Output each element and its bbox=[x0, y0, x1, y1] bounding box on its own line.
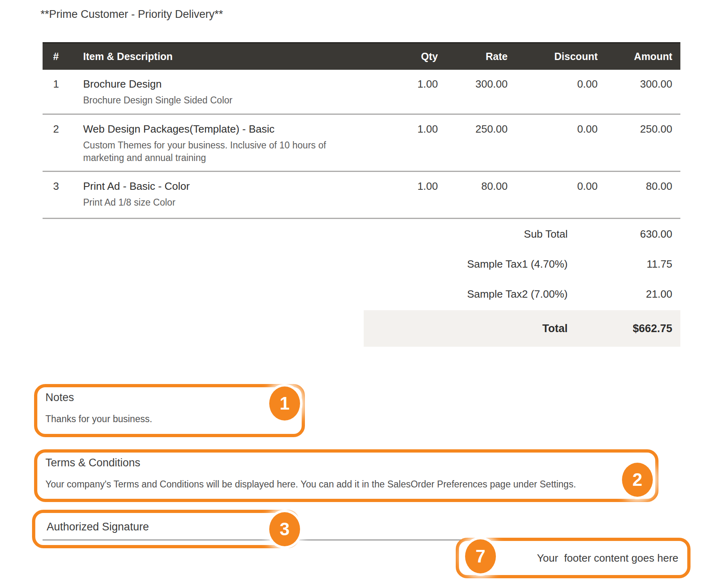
cell-qty: 1.00 bbox=[367, 78, 438, 90]
terms-section: Terms & Conditions Your company's Terms … bbox=[34, 449, 658, 502]
item-description: Brochure Design Single Sided Color bbox=[83, 94, 355, 107]
totals-section: Sub Total 630.00 Sample Tax1 (4.70%) 11.… bbox=[43, 219, 680, 347]
table-row: 3 Print Ad - Basic - Color Print Ad 1/8 … bbox=[43, 172, 680, 219]
table-header-row: # Item & Description Qty Rate Discount A… bbox=[43, 42, 680, 70]
item-description: Custom Themes for your business. Inclusi… bbox=[83, 139, 355, 164]
cell-amount: 80.00 bbox=[598, 180, 680, 193]
item-description: Print Ad 1/8 size Color bbox=[83, 196, 355, 209]
cell-amount: 250.00 bbox=[598, 123, 680, 135]
table-row: 1 Brochure Design Brochure Design Single… bbox=[43, 70, 680, 115]
header-qty: Qty bbox=[367, 51, 438, 62]
cell-rate: 80.00 bbox=[438, 180, 508, 193]
cell-rate: 250.00 bbox=[438, 123, 508, 135]
authorized-signature-section: Authorized Signature bbox=[32, 510, 299, 548]
annotation-badge-2: 2 bbox=[622, 463, 653, 497]
line-items-table: # Item & Description Qty Rate Discount A… bbox=[43, 42, 680, 219]
cell-number: 2 bbox=[43, 123, 83, 135]
cell-item: Brochure Design Brochure Design Single S… bbox=[83, 78, 367, 107]
cell-item: Print Ad - Basic - Color Print Ad 1/8 si… bbox=[83, 180, 367, 209]
header-discount: Discount bbox=[508, 51, 598, 62]
header-amount: Amount bbox=[598, 51, 680, 62]
cell-number: 3 bbox=[43, 180, 83, 193]
cell-discount: 0.00 bbox=[508, 78, 598, 90]
tax2-row: Sample Tax2 (7.00%) 21.00 bbox=[43, 279, 680, 309]
cell-discount: 0.00 bbox=[508, 123, 598, 135]
customer-note: **Prime Customer - Priority Delivery** bbox=[41, 8, 223, 21]
notes-text: Thanks for your business. bbox=[45, 414, 302, 425]
tax1-row: Sample Tax1 (4.70%) 11.75 bbox=[43, 249, 680, 279]
notes-section: Notes Thanks for your business. bbox=[34, 384, 305, 437]
tax2-value: 21.00 bbox=[568, 288, 680, 300]
sales-order-document: **Prime Customer - Priority Delivery** #… bbox=[0, 0, 712, 588]
cell-item: Web Design Packages(Template) - Basic Cu… bbox=[83, 123, 367, 164]
header-rate: Rate bbox=[438, 51, 508, 62]
table-row: 2 Web Design Packages(Template) - Basic … bbox=[43, 115, 680, 172]
header-number: # bbox=[43, 51, 83, 62]
cell-qty: 1.00 bbox=[367, 123, 438, 135]
annotation-badge-1: 1 bbox=[269, 386, 300, 421]
item-name: Web Design Packages(Template) - Basic bbox=[83, 123, 367, 135]
subtotal-value: 630.00 bbox=[568, 228, 680, 240]
terms-text: Your company's Terms and Conditions will… bbox=[45, 479, 655, 490]
notes-heading: Notes bbox=[45, 391, 302, 404]
cell-number: 1 bbox=[43, 78, 83, 90]
grand-total-row: Total $662.75 bbox=[364, 310, 680, 347]
tax1-label: Sample Tax1 (4.70%) bbox=[43, 258, 568, 270]
cell-rate: 300.00 bbox=[438, 78, 508, 90]
item-name: Brochure Design bbox=[83, 78, 367, 90]
cell-discount: 0.00 bbox=[508, 180, 598, 193]
grand-total-label: Total bbox=[364, 322, 568, 335]
subtotal-label: Sub Total bbox=[43, 228, 568, 240]
annotation-badge-3: 3 bbox=[269, 512, 300, 546]
item-name: Print Ad - Basic - Color bbox=[83, 180, 367, 193]
tax1-value: 11.75 bbox=[568, 258, 680, 270]
grand-total-value: $662.75 bbox=[568, 322, 680, 335]
header-item: Item & Description bbox=[83, 51, 367, 62]
cell-qty: 1.00 bbox=[367, 180, 438, 193]
cell-amount: 300.00 bbox=[598, 78, 680, 90]
terms-heading: Terms & Conditions bbox=[45, 457, 655, 469]
footer-text: Your footer content goes here bbox=[537, 552, 678, 564]
annotation-badge-7: 7 bbox=[465, 539, 496, 573]
subtotal-row: Sub Total 630.00 bbox=[43, 219, 680, 249]
authorized-signature-heading: Authorized Signature bbox=[47, 521, 296, 533]
tax2-label: Sample Tax2 (7.00%) bbox=[43, 288, 568, 300]
